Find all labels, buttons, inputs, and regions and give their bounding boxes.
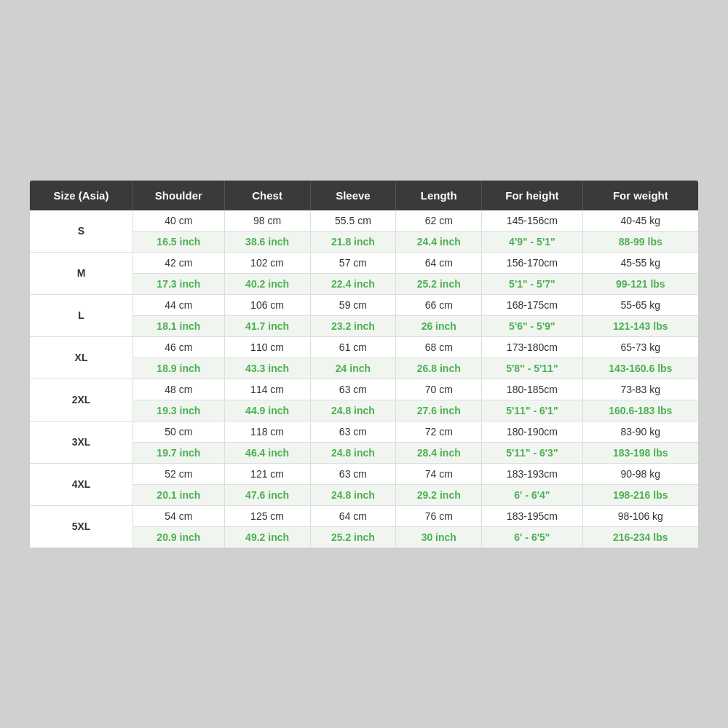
- cm-val-1-0: 42 cm: [133, 252, 225, 273]
- inch-val-1-1: 40.2 inch: [224, 273, 310, 294]
- cm-val-3-2: 61 cm: [310, 336, 396, 357]
- inch-val-2-2: 23.2 inch: [310, 315, 396, 336]
- inch-val-3-4: 5'8" - 5'11": [482, 357, 582, 379]
- inch-val-0-3: 24.4 inch: [396, 231, 482, 252]
- inch-val-1-3: 25.2 inch: [396, 273, 482, 294]
- inch-val-2-3: 26 inch: [396, 315, 482, 336]
- header-cell-chest: Chest: [224, 181, 310, 210]
- cm-val-0-3: 62 cm: [396, 210, 482, 232]
- cm-val-4-0: 48 cm: [133, 379, 225, 400]
- cm-val-5-1: 118 cm: [224, 421, 310, 442]
- inch-val-5-4: 5'11" - 6'3": [482, 442, 582, 463]
- inch-val-6-1: 47.6 inch: [224, 484, 310, 505]
- header-cell-length: Length: [396, 181, 482, 210]
- cm-val-5-0: 50 cm: [133, 421, 225, 442]
- inch-val-7-5: 216-234 lbs: [582, 526, 698, 547]
- inch-val-3-3: 26.8 inch: [396, 357, 482, 379]
- cm-val-3-0: 46 cm: [133, 336, 225, 357]
- cm-val-6-1: 121 cm: [224, 463, 310, 484]
- inch-val-4-5: 160.6-183 lbs: [582, 400, 698, 421]
- cm-val-1-4: 156-170cm: [482, 252, 582, 273]
- inch-val-7-3: 30 inch: [396, 526, 482, 547]
- size-row-cm-4xl: 4XL52 cm121 cm63 cm74 cm183-193cm90-98 k…: [30, 463, 698, 484]
- cm-val-6-5: 90-98 kg: [582, 463, 698, 484]
- cm-val-5-3: 72 cm: [396, 421, 482, 442]
- cm-val-3-4: 173-180cm: [482, 336, 582, 357]
- cm-val-1-5: 45-55 kg: [582, 252, 698, 273]
- cm-val-3-1: 110 cm: [224, 336, 310, 357]
- cm-val-4-2: 63 cm: [310, 379, 396, 400]
- cm-val-5-4: 180-190cm: [482, 421, 582, 442]
- inch-val-3-1: 43.3 inch: [224, 357, 310, 379]
- cm-val-3-5: 65-73 kg: [582, 336, 698, 357]
- inch-val-3-5: 143-160.6 lbs: [582, 357, 698, 379]
- inch-val-7-1: 49.2 inch: [224, 526, 310, 547]
- cm-val-1-2: 57 cm: [310, 252, 396, 273]
- cm-val-0-5: 40-45 kg: [582, 210, 698, 232]
- size-label-3xl: 3XL: [30, 421, 133, 463]
- cm-val-1-1: 102 cm: [224, 252, 310, 273]
- inch-val-7-4: 6' - 6'5": [482, 526, 582, 547]
- size-row-cm-l: L44 cm106 cm59 cm66 cm168-175cm55-65 kg: [30, 294, 698, 315]
- header-cell-size-asia: Size (Asia): [30, 181, 133, 210]
- size-label-l: L: [30, 294, 133, 336]
- size-row-cm-5xl: 5XL54 cm125 cm64 cm76 cm183-195cm98-106 …: [30, 505, 698, 526]
- cm-val-6-2: 63 cm: [310, 463, 396, 484]
- cm-val-7-1: 125 cm: [224, 505, 310, 526]
- inch-val-2-5: 121-143 lbs: [582, 315, 698, 336]
- size-label-m: M: [30, 252, 133, 294]
- cm-val-2-0: 44 cm: [133, 294, 225, 315]
- inch-val-2-1: 41.7 inch: [224, 315, 310, 336]
- inch-val-4-2: 24.8 inch: [310, 400, 396, 421]
- cm-val-2-1: 106 cm: [224, 294, 310, 315]
- inch-val-5-0: 19.7 inch: [133, 442, 225, 463]
- cm-val-0-2: 55.5 cm: [310, 210, 396, 232]
- size-label-xl: XL: [30, 336, 133, 379]
- cm-val-6-3: 74 cm: [396, 463, 482, 484]
- cm-val-4-3: 70 cm: [396, 379, 482, 400]
- inch-val-6-2: 24.8 inch: [310, 484, 396, 505]
- cm-val-7-3: 76 cm: [396, 505, 482, 526]
- inch-val-0-5: 88-99 lbs: [582, 231, 698, 252]
- inch-val-6-0: 20.1 inch: [133, 484, 225, 505]
- header-cell-shoulder: Shoulder: [133, 181, 225, 210]
- header-cell-sleeve: Sleeve: [310, 181, 396, 210]
- inch-val-6-5: 198-216 lbs: [582, 484, 698, 505]
- inch-val-7-2: 25.2 inch: [310, 526, 396, 547]
- size-chart-wrapper: Size (Asia)ShoulderChestSleeveLengthFor …: [29, 180, 699, 549]
- size-row-cm-3xl: 3XL50 cm118 cm63 cm72 cm180-190cm83-90 k…: [30, 421, 698, 442]
- cm-val-0-0: 40 cm: [133, 210, 225, 232]
- cm-val-6-4: 183-193cm: [482, 463, 582, 484]
- inch-val-2-4: 5'6" - 5'9": [482, 315, 582, 336]
- inch-val-5-2: 24.8 inch: [310, 442, 396, 463]
- size-row-cm-2xl: 2XL48 cm114 cm63 cm70 cm180-185cm73-83 k…: [30, 379, 698, 400]
- cm-val-1-3: 64 cm: [396, 252, 482, 273]
- cm-val-2-5: 55-65 kg: [582, 294, 698, 315]
- size-label-2xl: 2XL: [30, 379, 133, 421]
- cm-val-4-1: 114 cm: [224, 379, 310, 400]
- size-row-cm-s: S40 cm98 cm55.5 cm62 cm145-156cm40-45 kg: [30, 210, 698, 232]
- size-label-s: S: [30, 210, 133, 253]
- inch-val-5-3: 28.4 inch: [396, 442, 482, 463]
- cm-val-6-0: 52 cm: [133, 463, 225, 484]
- inch-val-4-4: 5'11" - 6'1": [482, 400, 582, 421]
- inch-val-6-3: 29.2 inch: [396, 484, 482, 505]
- inch-val-3-0: 18.9 inch: [133, 357, 225, 379]
- inch-val-0-1: 38.6 inch: [224, 231, 310, 252]
- inch-val-1-5: 99-121 lbs: [582, 273, 698, 294]
- inch-val-2-0: 18.1 inch: [133, 315, 225, 336]
- size-row-cm-m: M42 cm102 cm57 cm64 cm156-170cm45-55 kg: [30, 252, 698, 273]
- header-cell-for-height: For height: [482, 181, 582, 210]
- inch-val-5-1: 46.4 inch: [224, 442, 310, 463]
- cm-val-7-0: 54 cm: [133, 505, 225, 526]
- inch-val-0-0: 16.5 inch: [133, 231, 225, 252]
- cm-val-0-4: 145-156cm: [482, 210, 582, 232]
- inch-val-6-4: 6' - 6'4": [482, 484, 582, 505]
- cm-val-7-5: 98-106 kg: [582, 505, 698, 526]
- inch-val-1-0: 17.3 inch: [133, 273, 225, 294]
- size-label-4xl: 4XL: [30, 463, 133, 505]
- inch-val-1-4: 5'1" - 5'7": [482, 273, 582, 294]
- size-chart-table: Size (Asia)ShoulderChestSleeveLengthFor …: [30, 181, 698, 548]
- header-cell-for-weight: For weight: [582, 181, 698, 210]
- size-label-5xl: 5XL: [30, 505, 133, 547]
